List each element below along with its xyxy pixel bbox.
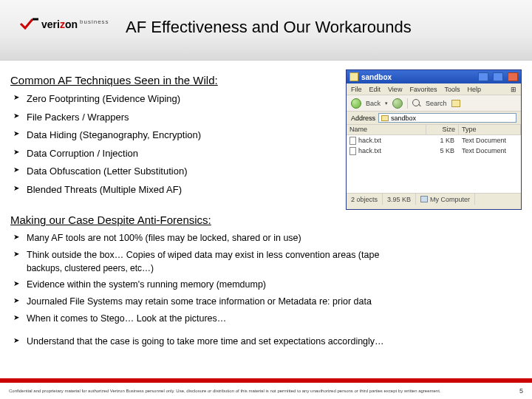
section-1: Common AF Techniques Seen in the Wild: Z… [10, 74, 306, 196]
menu-item: Help [467, 86, 481, 93]
brand-text: verizon [41, 18, 78, 30]
section-2: Making our Case Despite Anti-Forensics: … [10, 214, 522, 347]
checkmark-icon [19, 18, 40, 31]
explorer-screenshot: sandbox File Edit View Favorites Tools H… [346, 69, 522, 210]
status-objects: 2 objects [347, 194, 383, 205]
back-icon [351, 98, 361, 109]
section-1-list: Zero Footprinting (Evidence Wiping) File… [10, 92, 306, 196]
folder-icon [349, 72, 358, 81]
slide: verizon business AF Effectiveness and Ou… [0, 0, 532, 399]
menu-item: View [388, 86, 402, 93]
footer-disclaimer: Confidential and proprietary material fo… [9, 389, 441, 393]
col-size: Size [426, 125, 459, 134]
list-text: Understand that the case is going to tak… [27, 336, 384, 347]
file-size: 1 KB [426, 137, 459, 144]
file-type: Text Document [459, 137, 521, 144]
address-value: sandbox [391, 115, 416, 122]
list-text: When it comes to Stego… Look at the pict… [27, 313, 226, 324]
file-size: 5 KB [426, 147, 459, 154]
file-name: hack.txt [358, 147, 381, 154]
windows-flag-icon: ⊞ [511, 86, 516, 93]
menu-item: Favorites [409, 86, 437, 93]
list-text: Evidence within the system's running mem… [27, 279, 266, 290]
list-item: Blended Threats (Multiple Mixed AF) [27, 183, 306, 197]
brand-part3: on [65, 18, 78, 30]
slide-footer: Confidential and proprietary material fo… [0, 378, 532, 399]
col-type: Type [459, 125, 521, 134]
brand-sub: business [80, 18, 109, 25]
section-2-list: Many AF tools are not 100% (files may be… [10, 232, 522, 347]
document-icon [349, 147, 356, 155]
window-menubar: File Edit View Favorites Tools Help ⊞ [347, 83, 521, 95]
list-text: Many AF tools are not 100% (files may be… [27, 233, 301, 243]
file-list: hack.txt 1 KB Text Document hack.txt 5 K… [347, 135, 521, 193]
file-row: hack.txt 5 KB Text Document [347, 146, 521, 156]
list-item: Think outside the box… Copies of wiped d… [27, 249, 522, 274]
list-text: Think outside the box… Copies of wiped d… [27, 250, 379, 260]
file-type: Text Document [459, 147, 521, 154]
menu-item: Edit [369, 86, 381, 93]
minimize-icon [478, 72, 488, 81]
verizon-logo: verizon business [19, 18, 109, 31]
maximize-icon [493, 72, 503, 81]
list-subtext: backups, clustered peers, etc…) [27, 262, 522, 274]
file-name: hack.txt [358, 137, 381, 144]
list-text: Journaled File Systems may retain some t… [27, 296, 372, 307]
window-titlebar: sandbox [347, 70, 521, 83]
folders-icon [451, 100, 460, 107]
col-name: Name [347, 125, 426, 134]
column-headers: Name Size Type [347, 125, 521, 135]
search-label: Search [426, 100, 447, 107]
close-icon [508, 72, 518, 81]
status-bytes: 3.95 KB [383, 194, 416, 205]
section-1-heading: Common AF Techniques Seen in the Wild: [10, 74, 306, 86]
list-item: Zero Footprinting (Evidence Wiping) [27, 92, 306, 106]
status-bar: 2 objects 3.95 KB My Computer [347, 193, 521, 205]
slide-header: verizon business AF Effectiveness and Ou… [0, 0, 532, 61]
back-label: Back [366, 100, 381, 107]
list-item: Journaled File Systems may retain some t… [27, 296, 522, 308]
list-item: Data Hiding (Steganography, Encryption) [27, 129, 306, 142]
list-item: When it comes to Stego… Look at the pict… [27, 313, 522, 325]
forward-icon [392, 98, 403, 109]
slide-title: AF Effectiveness and Our Workarounds [126, 18, 520, 37]
file-row: hack.txt 1 KB Text Document [347, 135, 521, 146]
list-item: Many AF tools are not 100% (files may be… [27, 232, 522, 245]
list-item: Evidence within the system's running mem… [27, 279, 522, 291]
address-bar: Address sandbox [347, 112, 521, 125]
chevron-down-icon: ▾ [385, 100, 388, 106]
status-location: My Computer [416, 194, 475, 205]
brand-part2: z [60, 18, 65, 30]
menu-item: Tools [444, 86, 460, 93]
list-item: Data Obfuscation (Letter Substitution) [27, 165, 306, 178]
address-field: sandbox [378, 113, 516, 123]
menu-item: File [351, 86, 362, 93]
address-label: Address [351, 115, 375, 122]
list-item: File Packers / Wrappers [27, 111, 306, 124]
footer-row: Confidential and proprietary material fo… [0, 383, 532, 399]
brand-part1: veri [41, 18, 60, 30]
window-toolbar: Back ▾ Search [347, 95, 521, 112]
page-number: 5 [519, 387, 523, 395]
list-item: Data Corruption / Injection [27, 147, 306, 160]
document-icon [349, 137, 356, 145]
window-title: sandbox [361, 73, 392, 81]
computer-icon [420, 196, 428, 202]
section-2-heading: Making our Case Despite Anti-Forensics: [10, 214, 522, 226]
folder-icon [381, 115, 389, 121]
list-item: Understand that the case is going to tak… [27, 335, 522, 348]
search-icon [412, 99, 421, 108]
